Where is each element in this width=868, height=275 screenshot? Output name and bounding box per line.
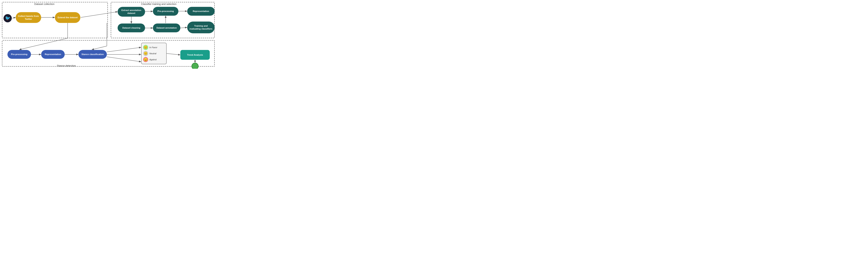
favor-label: In Favor (149, 46, 157, 48)
training-node: Training and evaluating classifiers (187, 22, 215, 33)
against-emoji: 😠 (143, 57, 148, 62)
representation-top-node: Representation (187, 7, 215, 16)
cleaning-node: Dataset cleaning (118, 24, 145, 32)
sentiment-box: 😊 In Favor 😐 Neutral 😠 Against (141, 43, 166, 64)
representation-bot-node: Representation (41, 50, 65, 59)
against-label: Against (149, 58, 157, 61)
against-row: 😠 Against (143, 57, 165, 62)
favor-row: 😊 In Favor (143, 45, 165, 50)
neutral-emoji: 😐 (143, 51, 148, 56)
trend-node: Trend Analysis (180, 50, 210, 60)
dataset-label: Dataset collection (34, 3, 55, 5)
favor-emoji: 😊 (143, 45, 148, 50)
annotation-node: Dataset annotation (153, 24, 180, 32)
preprocessing-top-node: Pre-processing (153, 7, 178, 16)
terminal-circle (191, 63, 198, 69)
stance-label: Stance detection (57, 64, 76, 67)
extend-node: Extend the dataset (55, 12, 81, 23)
neutral-label: Neutral (149, 52, 156, 55)
twitter-icon: 🐦 (3, 14, 12, 22)
preprocessing-bot-node: Pre-processing (7, 50, 31, 59)
diagram: { "sections": { "dataset_label": "Datase… (0, 0, 217, 69)
stance-class-node: Stance classification (79, 50, 107, 59)
neutral-row: 😐 Neutral (143, 51, 165, 56)
extract-node: Extract annotation dataset (118, 7, 145, 16)
classifier-label: Classifier training and selection (141, 3, 177, 5)
collect-node: Collect tweets from Twitter (16, 12, 41, 23)
bird-icon: 🐦 (5, 16, 10, 21)
